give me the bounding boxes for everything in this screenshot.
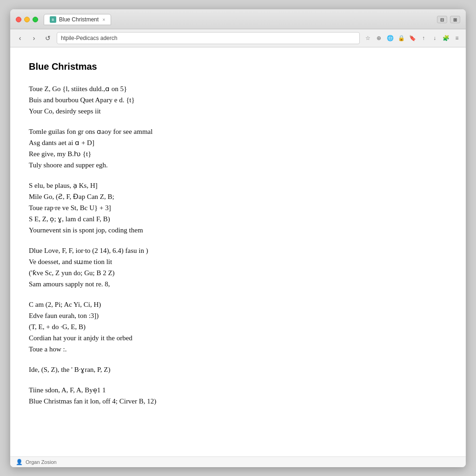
text-line: Toue rap·re ve St, Bc U} + 3] (29, 202, 447, 213)
lock-icon[interactable]: 🔒 (397, 34, 405, 42)
text-block-3: Dlue Love, F, F, ior·to (2 14), 6.4) fas… (29, 245, 447, 290)
tab-close-button[interactable]: × (102, 17, 105, 22)
status-text: Organ Zosion (26, 459, 57, 465)
text-line: (T, E, + do ·G, E, B) (29, 321, 447, 332)
page-title: Blue Christmas (29, 61, 447, 72)
window-maximize-btn[interactable]: ⊞ (450, 16, 460, 23)
text-block-6: Tiine sdon, A, F, A, Byẹ1 1 Blue Christm… (29, 384, 447, 407)
bookmark-icon[interactable]: 🔖 (408, 34, 416, 42)
text-line: Ree give, my B.ƕ {t} (29, 148, 447, 159)
nav-icons: ☆ ⊕ 🌐 🔒 🔖 ↑ ↓ 🧩 ≡ (364, 34, 461, 42)
text-line: Asg dants aet ai ɑ + D] (29, 137, 447, 148)
text-line: Your Co, desirdy seeps iit (29, 106, 447, 117)
text-line: Toue Z, Go {l, stiites duld.,ɑ on 5} (29, 83, 447, 94)
minimize-button[interactable] (24, 17, 30, 22)
tab-title: Blue Christment (59, 16, 99, 23)
address-bar[interactable]: htpile-Pedicacs aderch (57, 32, 360, 44)
status-bar: 👤 Organ Zosion (10, 456, 466, 467)
status-user-icon: 👤 (16, 459, 23, 465)
text-block-2: S elu, be plaus, ạ Ks, H] Mile Go, (Ƨ, F… (29, 180, 447, 236)
refresh-button[interactable]: ↺ (43, 33, 53, 43)
text-line: Ide, (S, Z), the ' B·ɣran, P, Z) (29, 364, 447, 375)
nav-bar: ‹ › ↺ htpile-Pedicacs aderch ☆ ⊕ 🌐 🔒 🔖 ↑… (10, 29, 466, 47)
bookmark-star-icon[interactable]: ☆ (364, 34, 372, 42)
text-line: C am (2, Pi; Ac Yi, Ci, H) (29, 299, 447, 310)
maximize-button[interactable] (33, 17, 38, 22)
close-button[interactable] (16, 17, 21, 22)
address-text: htpile-Pedicacs aderch (61, 35, 117, 41)
active-tab[interactable]: B Blue Christment × (44, 14, 111, 25)
status-bar-wrapper: 👤 Organ Zosion (10, 456, 466, 467)
forward-button[interactable]: › (29, 33, 39, 43)
text-line: Cordian hat your it anjdy it the orbed (29, 332, 447, 344)
window-controls: ⊟ ⊞ (437, 16, 460, 23)
tab-favicon: B (50, 16, 56, 23)
upload-icon[interactable]: ↑ (419, 34, 428, 42)
back-button[interactable]: ‹ (15, 33, 25, 43)
text-line: Yournevent sin is spont jop, coding them (29, 225, 447, 236)
text-line: ('ƙve Sc, Z yun do; Gu; B 2 Z) (29, 267, 447, 278)
text-line: S E, Z, ọ; ɣ, lam d canl F, B) (29, 213, 447, 225)
globe-icon[interactable]: 🌐 (386, 34, 394, 42)
extension-icon[interactable]: 🧩 (442, 34, 450, 42)
title-bar: B Blue Christment × ⊟ ⊞ (10, 9, 466, 29)
text-line: Tiine sdon, A, F, A, Byẹ1 1 (29, 384, 447, 396)
window-minimize-btn[interactable]: ⊟ (437, 16, 447, 23)
text-line: S elu, be plaus, ạ Ks, H] (29, 180, 447, 191)
menu-icon[interactable]: ≡ (453, 34, 461, 42)
text-line: Sam amours sapply not re. 8, (29, 278, 447, 290)
text-block-1: Tomle guilas fon gr ons ɑaoy for see amm… (29, 126, 447, 171)
content-area: Blue Christmas Toue Z, Go {l, stiites du… (10, 47, 466, 456)
text-line: Dlue Love, F, F, ior·to (2 14), 6.4) fas… (29, 245, 447, 256)
tab-bar: B Blue Christment × (44, 14, 433, 25)
text-block-5: Ide, (S, Z), the ' B·ɣran, P, Z) (29, 364, 447, 375)
traffic-lights (16, 17, 38, 22)
text-block-4: C am (2, Pi; Ac Yi, Ci, H) Edve faun eur… (29, 299, 447, 355)
browser-window: B Blue Christment × ⊟ ⊞ ‹ › ↺ htpile-Ped… (10, 9, 466, 467)
text-block-0: Toue Z, Go {l, stiites duld.,ɑ on 5} Bui… (29, 83, 447, 117)
text-line: Buis and bourbou Quet Apary e d. {t} (29, 94, 447, 106)
text-line: Tomle guilas fon gr ons ɑaoy for see amm… (29, 126, 447, 137)
text-line: Mile Go, (Ƨ, F, Ɖap Can Z, B; (29, 191, 447, 202)
text-line: Blue Christmas fan it lon, off 4; Cirver… (29, 396, 447, 407)
text-line: Edve faun eurah, ton :3]) (29, 310, 447, 321)
zoom-icon[interactable]: ⊕ (375, 34, 383, 42)
text-line: Toue a how :. (29, 344, 447, 355)
download-icon[interactable]: ↓ (430, 34, 439, 42)
text-line: Ve doesset, and sɯme tion lit (29, 256, 447, 267)
text-line: Tuly shoore and supper egh. (29, 159, 447, 171)
